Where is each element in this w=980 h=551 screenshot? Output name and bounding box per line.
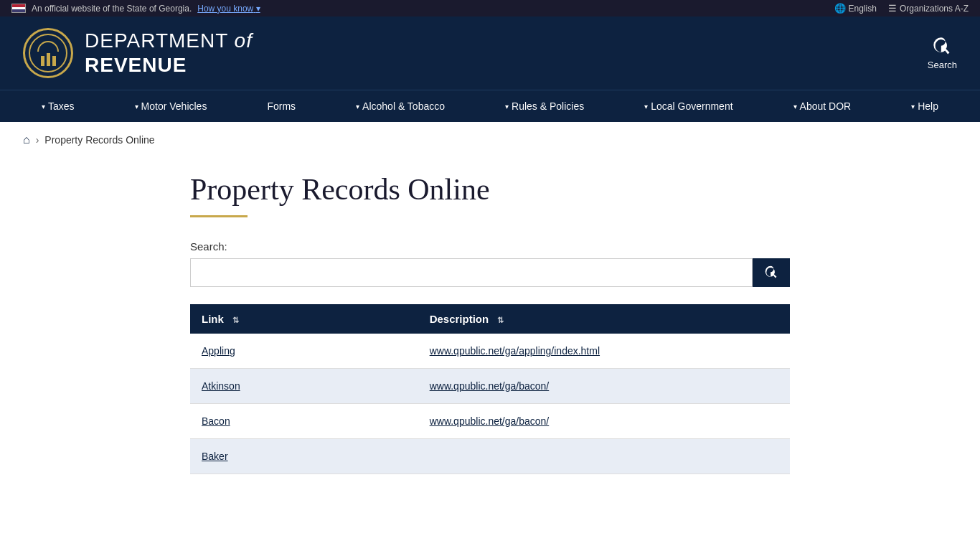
nav-link-rules-policies[interactable]: ▾ Rules & Policies <box>499 90 590 122</box>
dept-line1: DEPARTMENT of <box>85 29 253 53</box>
record-link[interactable]: Appling <box>202 345 235 357</box>
top-bar-right: English Organizations A-Z <box>834 3 969 14</box>
table-cell-description: www.qpublic.net/ga/bacon/ <box>418 404 790 439</box>
table-cell-description: www.qpublic.net/ga/appling/index.html <box>418 334 790 369</box>
record-description-link[interactable]: www.qpublic.net/ga/appling/index.html <box>430 345 600 357</box>
chevron-icon: ▾ <box>356 103 359 110</box>
chevron-icon: ▾ <box>911 103 915 110</box>
nav-item-alcohol-tobacco[interactable]: ▾ Alcohol & Tobacco <box>350 90 451 122</box>
chevron-icon: ▾ <box>135 103 138 110</box>
georgia-flag-icon <box>11 4 26 13</box>
table-cell-link: Atkinson <box>190 369 418 404</box>
nav-item-about-dor[interactable]: ▾ About DOR <box>788 90 857 122</box>
nav-item-rules-policies[interactable]: ▾ Rules & Policies <box>499 90 590 122</box>
table-row: Baconwww.qpublic.net/ga/bacon/ <box>190 404 790 439</box>
dept-line2: REVENUE <box>85 53 253 77</box>
table-cell-link: Appling <box>190 334 418 369</box>
breadcrumb-separator: › <box>36 134 39 146</box>
how-you-know-link[interactable]: How you know ▾ <box>197 4 260 14</box>
nav-item-local-government[interactable]: ▾ Local Government <box>639 90 738 122</box>
records-table: Link ⇅ Description ⇅ Applingwww.qpublic.… <box>190 304 790 474</box>
record-description-link[interactable]: www.qpublic.net/ga/bacon/ <box>430 380 550 392</box>
nav-item-motor-vehicles[interactable]: ▾ Motor Vehicles <box>129 90 213 122</box>
search-submit-button[interactable] <box>753 258 790 287</box>
top-bar-left: An official website of the State of Geor… <box>11 4 260 14</box>
table-body: Applingwww.qpublic.net/ga/appling/index.… <box>190 334 790 474</box>
table-header: Link ⇅ Description ⇅ <box>190 304 790 334</box>
globe-icon <box>834 3 846 14</box>
top-bar: An official website of the State of Geor… <box>0 0 980 17</box>
logo-col <box>52 56 56 66</box>
col-link[interactable]: Link ⇅ <box>190 304 418 334</box>
sort-icon-link: ⇅ <box>232 316 239 324</box>
list-icon <box>888 3 897 14</box>
breadcrumb-current: Property Records Online <box>44 134 154 146</box>
chevron-icon: ▾ <box>793 103 797 110</box>
logo-col <box>47 53 50 66</box>
nav-link-forms[interactable]: Forms <box>261 90 301 122</box>
logo-emblem <box>23 28 73 78</box>
nav-link-help[interactable]: ▾ Help <box>905 90 944 122</box>
table-row: Applingwww.qpublic.net/ga/appling/index.… <box>190 334 790 369</box>
logo-arch <box>37 41 59 52</box>
record-description-link[interactable]: www.qpublic.net/ga/bacon/ <box>430 415 550 427</box>
record-link[interactable]: Bacon <box>202 415 230 427</box>
nav-link-about-dor[interactable]: ▾ About DOR <box>788 90 857 122</box>
table-cell-link: Bacon <box>190 404 418 439</box>
nav-link-motor-vehicles[interactable]: ▾ Motor Vehicles <box>129 90 213 122</box>
organizations-az-link[interactable]: Organizations A-Z <box>888 3 969 14</box>
chevron-icon: ▾ <box>644 103 648 110</box>
chevron-icon: ▾ <box>505 103 509 110</box>
nav-item-help[interactable]: ▾ Help <box>905 90 944 122</box>
header-logo: DEPARTMENT of REVENUE <box>23 28 253 78</box>
main-nav: ▾ Taxes ▾ Motor Vehicles Forms ▾ Alcohol… <box>0 90 980 122</box>
table-cell-description: www.qpublic.net/ga/bacon/ <box>418 369 790 404</box>
table-cell-description <box>418 439 790 474</box>
record-link[interactable]: Atkinson <box>202 380 240 392</box>
nav-link-taxes[interactable]: ▾ Taxes <box>36 90 80 122</box>
header-search-button[interactable]: Search <box>928 37 957 70</box>
search-row <box>190 258 790 287</box>
official-text: An official website of the State of Geor… <box>32 4 192 14</box>
page-title: Property Records Online <box>190 172 790 207</box>
logo-columns <box>41 53 56 66</box>
search-icon <box>932 37 952 57</box>
search-label: Search: <box>190 240 790 253</box>
table-row: Baker <box>190 439 790 474</box>
table-header-row: Link ⇅ Description ⇅ <box>190 304 790 334</box>
title-underline <box>190 215 248 217</box>
language-selector[interactable]: English <box>834 3 877 14</box>
search-input[interactable] <box>190 258 753 287</box>
table-cell-link: Baker <box>190 439 418 474</box>
home-icon: ⌂ <box>23 133 30 146</box>
table-row: Atkinsonwww.qpublic.net/ga/bacon/ <box>190 369 790 404</box>
logo-inner <box>29 34 67 72</box>
sort-icon-description: ⇅ <box>497 316 504 324</box>
main-content: Property Records Online Search: Link ⇅ D… <box>167 158 813 503</box>
col-description[interactable]: Description ⇅ <box>418 304 790 334</box>
nav-link-alcohol-tobacco[interactable]: ▾ Alcohol & Tobacco <box>350 90 451 122</box>
record-link[interactable]: Baker <box>202 451 228 462</box>
nav-item-forms[interactable]: Forms <box>261 90 301 122</box>
nav-list: ▾ Taxes ▾ Motor Vehicles Forms ▾ Alcohol… <box>0 90 980 122</box>
nav-item-taxes[interactable]: ▾ Taxes <box>36 90 80 122</box>
nav-link-local-government[interactable]: ▾ Local Government <box>639 90 738 122</box>
department-name: DEPARTMENT of REVENUE <box>85 29 253 77</box>
search-label: Search <box>928 60 957 70</box>
home-link[interactable]: ⌂ <box>23 133 30 146</box>
search-submit-icon <box>764 265 778 280</box>
chevron-icon: ▾ <box>42 103 45 110</box>
logo-col <box>41 56 44 66</box>
site-header: DEPARTMENT of REVENUE Search <box>0 17 980 90</box>
breadcrumb: ⌂ › Property Records Online <box>0 122 980 158</box>
